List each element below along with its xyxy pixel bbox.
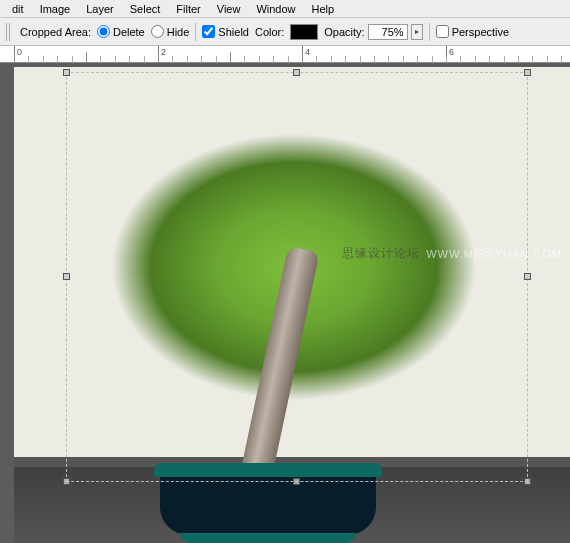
opacity-dropdown-button[interactable]	[411, 24, 423, 40]
ruler-tick	[446, 56, 447, 63]
menu-window[interactable]: Window	[248, 3, 303, 15]
ruler-tick	[345, 56, 346, 63]
ruler-tick	[374, 56, 375, 63]
ruler-tick	[14, 52, 15, 63]
menu-image[interactable]: Image	[32, 3, 79, 15]
menu-select[interactable]: Select	[122, 3, 169, 15]
radio-hide[interactable]: Hide	[151, 25, 190, 38]
crop-handle-right[interactable]	[524, 273, 531, 280]
options-bar: Cropped Area: Delete Hide Shield Color: …	[0, 18, 570, 46]
color-label: Color:	[255, 26, 284, 38]
ruler-tick-label: 2	[161, 47, 166, 57]
crop-handle-bottom[interactable]	[293, 478, 300, 485]
ruler-tick	[360, 56, 361, 63]
ruler-tick	[489, 56, 490, 63]
ruler-tick	[316, 56, 317, 63]
ruler-tick	[187, 56, 188, 63]
ruler-tick-label: 6	[449, 47, 454, 57]
ruler-tick	[432, 56, 433, 63]
ruler-tick	[86, 52, 87, 63]
ruler-tick	[403, 56, 404, 63]
ruler-tick-label: 4	[305, 47, 310, 57]
ruler-tick	[244, 56, 245, 63]
ruler-tick	[129, 56, 130, 63]
shield-checkbox-input[interactable]	[202, 25, 215, 38]
crop-handle-top-left[interactable]	[63, 69, 70, 76]
shield-color-swatch[interactable]	[290, 24, 318, 40]
radio-hide-input[interactable]	[151, 25, 164, 38]
crop-handle-top[interactable]	[293, 69, 300, 76]
ruler-tick	[144, 56, 145, 63]
ruler-tick	[504, 56, 505, 63]
ruler-tick	[561, 56, 562, 63]
menu-view[interactable]: View	[209, 3, 249, 15]
ruler-tick	[388, 56, 389, 63]
ruler-tick	[43, 56, 44, 63]
radio-hide-label: Hide	[167, 26, 190, 38]
crop-handle-bottom-left[interactable]	[63, 478, 70, 485]
ruler-tick	[172, 56, 173, 63]
ruler-tick	[28, 56, 29, 63]
ruler-tick	[216, 56, 217, 63]
crop-handle-left[interactable]	[63, 273, 70, 280]
pot-foot	[180, 533, 356, 543]
perspective-checkbox[interactable]: Perspective	[436, 25, 509, 38]
ruler-tick	[72, 56, 73, 63]
crop-handle-bottom-right[interactable]	[524, 478, 531, 485]
ruler-tick	[288, 56, 289, 63]
ruler-tick	[302, 52, 303, 63]
ruler-tick	[475, 56, 476, 63]
menu-help[interactable]: Help	[304, 3, 343, 15]
divider	[195, 23, 196, 41]
ruler-tick	[273, 56, 274, 63]
radio-delete-input[interactable]	[97, 25, 110, 38]
ruler-tick	[230, 52, 231, 63]
ruler-tick	[201, 56, 202, 63]
cropped-area-label: Cropped Area:	[20, 26, 91, 38]
crop-selection[interactable]	[66, 72, 528, 482]
ruler-tick	[158, 52, 159, 63]
ruler-tick	[417, 56, 418, 63]
divider	[429, 23, 430, 41]
ruler-tick-label: 0	[17, 47, 22, 57]
ruler-tick	[259, 56, 260, 63]
perspective-label: Perspective	[452, 26, 509, 38]
ruler-tick	[100, 56, 101, 63]
options-grip-icon[interactable]	[6, 23, 12, 41]
ruler-tick	[57, 56, 58, 63]
chevron-right-icon	[414, 30, 420, 34]
ruler-tick	[115, 56, 116, 63]
radio-delete[interactable]: Delete	[97, 25, 145, 38]
ruler-tick	[331, 56, 332, 63]
menu-filter[interactable]: Filter	[168, 3, 208, 15]
ruler-horizontal[interactable]: 0 2 4 6	[0, 46, 570, 63]
crop-handle-top-right[interactable]	[524, 69, 531, 76]
ruler-tick	[532, 56, 533, 63]
opacity-input[interactable]	[368, 24, 408, 40]
canvas-area[interactable]: 思缘设计论坛 WWW.MISSYUAN.COM	[0, 63, 570, 543]
ruler-tick	[547, 56, 548, 63]
opacity-label: Opacity:	[324, 26, 364, 38]
perspective-checkbox-input[interactable]	[436, 25, 449, 38]
shield-checkbox[interactable]: Shield	[202, 25, 249, 38]
menu-layer[interactable]: Layer	[78, 3, 122, 15]
radio-delete-label: Delete	[113, 26, 145, 38]
ruler-tick	[460, 56, 461, 63]
shield-label: Shield	[218, 26, 249, 38]
ruler-tick	[518, 56, 519, 63]
pot-body	[160, 475, 376, 535]
menu-edit[interactable]: dit	[4, 3, 32, 15]
menu-bar: dit Image Layer Select Filter View Windo…	[0, 0, 570, 18]
